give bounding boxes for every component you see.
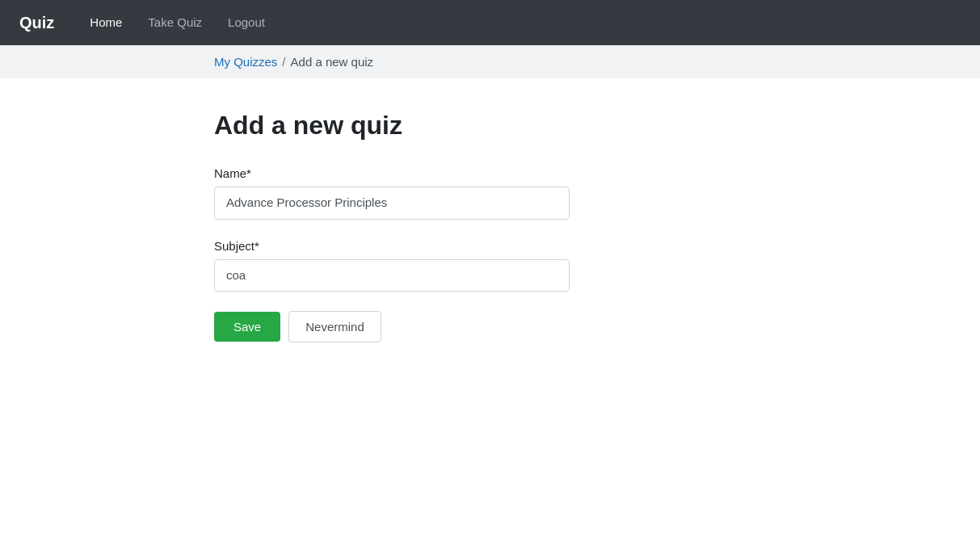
navbar: Quiz Home Take Quiz Logout xyxy=(0,0,980,45)
name-input[interactable] xyxy=(214,187,570,220)
nav-logout[interactable]: Logout xyxy=(218,9,275,36)
name-field-group: Name* xyxy=(214,166,766,220)
breadcrumb-section: My Quizzes / Add a new quiz xyxy=(0,45,980,78)
breadcrumb-separator: / xyxy=(282,55,285,69)
subject-field-group: Subject* xyxy=(214,239,766,292)
add-quiz-form: Name* Subject* Save Nevermind xyxy=(214,166,766,342)
navbar-brand[interactable]: Quiz xyxy=(19,14,54,32)
main-content: Add a new quiz Name* Subject* Save Never… xyxy=(0,78,980,375)
breadcrumb-link[interactable]: My Quizzes xyxy=(214,55,277,69)
page-title: Add a new quiz xyxy=(214,111,766,141)
breadcrumb-current: Add a new quiz xyxy=(291,55,374,69)
nevermind-button[interactable]: Nevermind xyxy=(288,311,381,342)
subject-input[interactable] xyxy=(214,259,570,292)
name-label: Name* xyxy=(214,166,766,180)
save-button[interactable]: Save xyxy=(214,312,280,342)
breadcrumb: My Quizzes / Add a new quiz xyxy=(214,55,766,69)
nav-take-quiz[interactable]: Take Quiz xyxy=(138,9,212,36)
subject-label: Subject* xyxy=(214,239,766,253)
nav-home[interactable]: Home xyxy=(80,9,132,36)
form-buttons: Save Nevermind xyxy=(214,311,766,342)
